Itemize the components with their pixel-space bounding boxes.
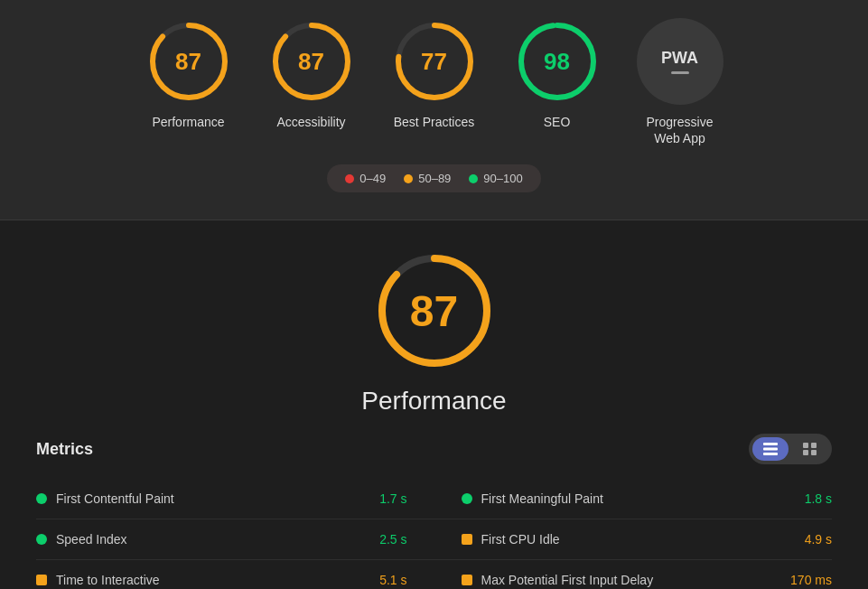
- pwa-label: ProgressiveWeb App: [647, 114, 714, 146]
- score-label-seo: SEO: [544, 114, 571, 130]
- gauge-number-accessibility: 87: [298, 48, 324, 76]
- top-section: 87 Performance 87 Accessibility 77 Best …: [0, 0, 868, 220]
- score-label-best-practices: Best Practices: [394, 114, 474, 130]
- metric-name: First CPU Idle: [481, 532, 789, 547]
- svg-rect-10: [763, 443, 778, 445]
- bottom-section: 87 Performance Metrics: [0, 220, 868, 589]
- pwa-text: PWA: [661, 49, 698, 68]
- big-gauge-wrap: 87 Performance: [36, 248, 832, 416]
- legend-item-red: 0–49: [345, 172, 386, 185]
- metric-row: First Contentful Paint1.7 s: [36, 479, 434, 519]
- metric-dot-speed-index: [36, 534, 47, 545]
- pwa-dash: [671, 71, 689, 74]
- metric-dot-first-meaningful-paint: [462, 493, 472, 504]
- legend-item-green: 90–100: [469, 172, 522, 185]
- legend-range-red: 0–49: [359, 172, 386, 185]
- score-item-accessibility[interactable]: 87 Accessibility: [268, 18, 355, 130]
- metric-name: First Contentful Paint: [56, 491, 363, 506]
- metric-row: Max Potential First Input Delay170 ms: [434, 560, 833, 589]
- metric-value: 1.8 s: [805, 491, 832, 506]
- legend-item-orange: 50–89: [404, 172, 451, 185]
- metric-name: First Meaningful Paint: [481, 491, 789, 506]
- pwa-badge: PWA: [637, 18, 723, 105]
- svg-rect-15: [803, 450, 808, 455]
- svg-rect-13: [803, 443, 808, 448]
- svg-rect-14: [811, 443, 817, 448]
- big-gauge: 87: [371, 248, 498, 374]
- metric-value: 2.5 s: [379, 532, 406, 547]
- metric-value: 170 ms: [790, 573, 832, 587]
- svg-rect-12: [763, 453, 778, 455]
- metrics-title: Metrics: [36, 440, 93, 459]
- legend-range-orange: 50–89: [418, 172, 451, 185]
- gauge-seo: 98: [514, 18, 601, 105]
- score-label-accessibility: Accessibility: [276, 114, 345, 130]
- metrics-header: Metrics: [36, 434, 832, 464]
- metric-row: First CPU Idle4.9 s: [434, 519, 833, 560]
- metric-value: 4.9 s: [805, 532, 832, 547]
- legend-dot-orange: [404, 174, 413, 183]
- score-item-seo[interactable]: 98 SEO: [514, 18, 601, 130]
- performance-title: Performance: [361, 387, 506, 416]
- metric-dot-first-cpu-idle: [462, 534, 472, 545]
- gauge-number-performance: 87: [175, 48, 201, 76]
- score-item-performance[interactable]: 87 Performance: [145, 18, 232, 130]
- score-label-performance: Performance: [152, 114, 224, 130]
- scores-row: 87 Performance 87 Accessibility 77 Best …: [145, 18, 723, 146]
- grid-view-button[interactable]: [792, 437, 828, 461]
- big-score: 87: [410, 286, 458, 336]
- legend-dot-red: [345, 174, 354, 183]
- metric-name: Max Potential First Input Delay: [481, 573, 775, 587]
- metric-dot-time-to-interactive: [36, 575, 47, 585]
- list-view-button[interactable]: [752, 437, 789, 461]
- gauge-accessibility: 87: [268, 18, 355, 105]
- score-item-pwa[interactable]: PWA ProgressiveWeb App: [637, 18, 723, 146]
- metric-dot-first-contentful-paint: [36, 493, 47, 504]
- gauge-best-practices: 77: [391, 18, 478, 105]
- gauge-number-best-practices: 77: [421, 48, 447, 76]
- view-toggle: [749, 434, 832, 464]
- svg-rect-11: [763, 448, 778, 451]
- metrics-grid: First Contentful Paint1.7 sFirst Meaning…: [36, 479, 832, 589]
- metric-value: 5.1 s: [379, 573, 406, 587]
- metric-name: Time to Interactive: [56, 573, 363, 587]
- legend-range-green: 90–100: [483, 172, 522, 185]
- metric-row: Time to Interactive5.1 s: [36, 560, 434, 589]
- legend-dot-green: [469, 174, 478, 183]
- svg-rect-16: [811, 450, 817, 455]
- metric-dot-max-potential-first-input-delay: [462, 575, 472, 585]
- gauge-number-seo: 98: [544, 48, 570, 76]
- legend: 0–49 50–89 90–100: [327, 164, 540, 192]
- metric-row: First Meaningful Paint1.8 s: [434, 479, 833, 519]
- score-item-best-practices[interactable]: 77 Best Practices: [391, 18, 478, 130]
- metric-value: 1.7 s: [379, 491, 406, 506]
- metric-name: Speed Index: [56, 532, 363, 547]
- gauge-performance: 87: [145, 18, 232, 105]
- metric-row: Speed Index2.5 s: [36, 519, 434, 560]
